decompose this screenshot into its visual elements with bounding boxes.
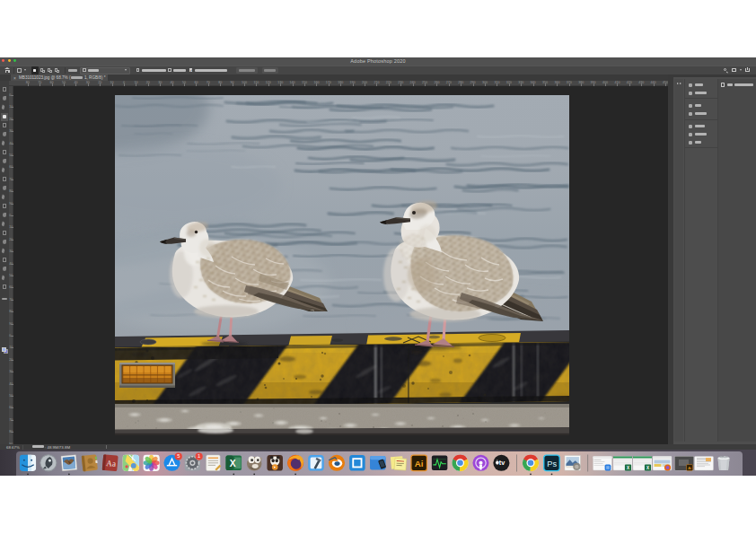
svg-text:Aa: Aa: [106, 459, 117, 468]
svg-text:X: X: [230, 459, 236, 468]
svg-text:1: 1: [198, 453, 200, 459]
svg-text:tv: tv: [499, 459, 505, 467]
svg-text:X: X: [627, 466, 629, 470]
svg-text:Ai: Ai: [415, 459, 424, 468]
svg-text:Ps: Ps: [547, 460, 557, 468]
svg-text:5: 5: [177, 453, 180, 459]
svg-text:X: X: [646, 466, 649, 470]
svg-text:Ai: Ai: [688, 466, 691, 470]
